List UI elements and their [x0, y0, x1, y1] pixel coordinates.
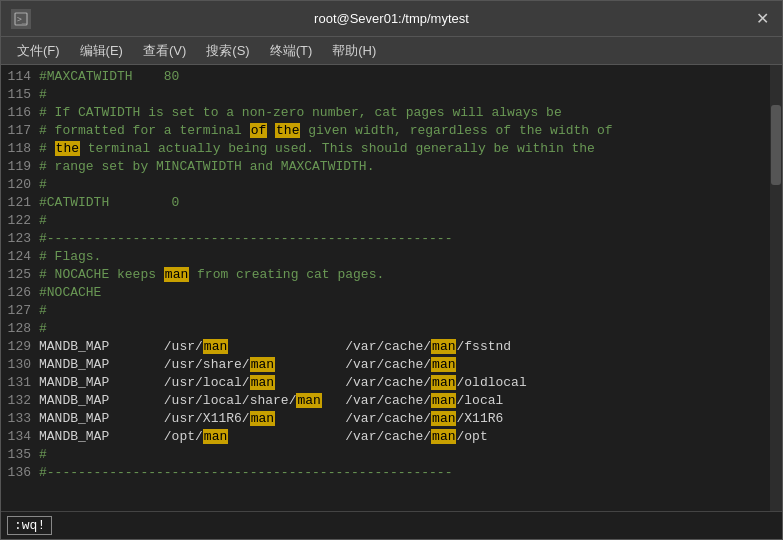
title-bar-left: >_ [11, 9, 31, 29]
highlight-man-133a: man [250, 411, 275, 426]
line-120: 120 # [1, 175, 770, 193]
line-126: 126 #NOCACHE [1, 283, 770, 301]
editor-area[interactable]: 114 #MAXCATWIDTH 80 115 # 116 # If CATWI… [1, 65, 770, 511]
line-136: 136 #-----------------------------------… [1, 463, 770, 481]
line-133: 133 MANDB_MAP /usr/X11R6/man /var/cache/… [1, 409, 770, 427]
terminal-icon: >_ [11, 9, 31, 29]
line-114: 114 #MAXCATWIDTH 80 [1, 67, 770, 85]
line-130: 130 MANDB_MAP /usr/share/man /var/cache/… [1, 355, 770, 373]
line-119: 119 # range set by MINCATWIDTH and MAXCA… [1, 157, 770, 175]
highlight-man-129a: man [203, 339, 228, 354]
vim-command[interactable]: :wq! [7, 516, 52, 535]
highlight-man-134b: man [431, 429, 456, 444]
line-129: 129 MANDB_MAP /usr/man /var/cache/man/fs… [1, 337, 770, 355]
menu-bar: 文件(F) 编辑(E) 查看(V) 搜索(S) 终端(T) 帮助(H) [1, 37, 782, 65]
line-122: 122 # [1, 211, 770, 229]
menu-help[interactable]: 帮助(H) [324, 40, 384, 62]
highlight-man-131b: man [431, 375, 456, 390]
highlight-man-130b: man [431, 357, 456, 372]
line-134: 134 MANDB_MAP /opt/man /var/cache/man/op… [1, 427, 770, 445]
code-content: 114 #MAXCATWIDTH 80 115 # 116 # If CATWI… [1, 65, 770, 511]
line-132: 132 MANDB_MAP /usr/local/share/man /var/… [1, 391, 770, 409]
terminal-window: >_ root@Sever01:/tmp/mytest ✕ 文件(F) 编辑(E… [0, 0, 783, 540]
line-131: 131 MANDB_MAP /usr/local/man /var/cache/… [1, 373, 770, 391]
menu-search[interactable]: 搜索(S) [198, 40, 257, 62]
menu-terminal[interactable]: 终端(T) [262, 40, 321, 62]
highlight-the-117: the [275, 123, 300, 138]
line-135: 135 # [1, 445, 770, 463]
highlight-man-133b: man [431, 411, 456, 426]
line-124: 124 # Flags. [1, 247, 770, 265]
highlight-man-130a: man [250, 357, 275, 372]
line-127: 127 # [1, 301, 770, 319]
line-116: 116 # If CATWIDTH is set to a non-zero n… [1, 103, 770, 121]
highlight-man-132a: man [296, 393, 321, 408]
highlight-man-131a: man [250, 375, 275, 390]
scrollbar-thumb[interactable] [771, 105, 781, 185]
menu-edit[interactable]: 编辑(E) [72, 40, 131, 62]
highlight-man-132b: man [431, 393, 456, 408]
title-bar: >_ root@Sever01:/tmp/mytest ✕ [1, 1, 782, 37]
line-117: 117 # formatted for a terminal of the gi… [1, 121, 770, 139]
highlight-the-118: the [55, 141, 80, 156]
highlight-of: of [250, 123, 268, 138]
close-button[interactable]: ✕ [752, 9, 772, 29]
menu-view[interactable]: 查看(V) [135, 40, 194, 62]
line-121: 121 #CATWIDTH 0 [1, 193, 770, 211]
line-118: 118 # the terminal actually being used. … [1, 139, 770, 157]
highlight-man-134a: man [203, 429, 228, 444]
scrollbar[interactable] [770, 65, 782, 511]
content-area: 114 #MAXCATWIDTH 80 115 # 116 # If CATWI… [1, 65, 782, 511]
line-128: 128 # [1, 319, 770, 337]
menu-file[interactable]: 文件(F) [9, 40, 68, 62]
line-125: 125 # NOCACHE keeps man from creating ca… [1, 265, 770, 283]
window-title: root@Sever01:/tmp/mytest [31, 11, 752, 26]
status-bar: :wq! [1, 511, 782, 539]
svg-text:>_: >_ [17, 15, 27, 24]
line-115: 115 # [1, 85, 770, 103]
line-123: 123 #-----------------------------------… [1, 229, 770, 247]
highlight-man-129b: man [431, 339, 456, 354]
highlight-man-125: man [164, 267, 189, 282]
title-wrapper: root@Sever01:/tmp/mytest [31, 11, 752, 26]
